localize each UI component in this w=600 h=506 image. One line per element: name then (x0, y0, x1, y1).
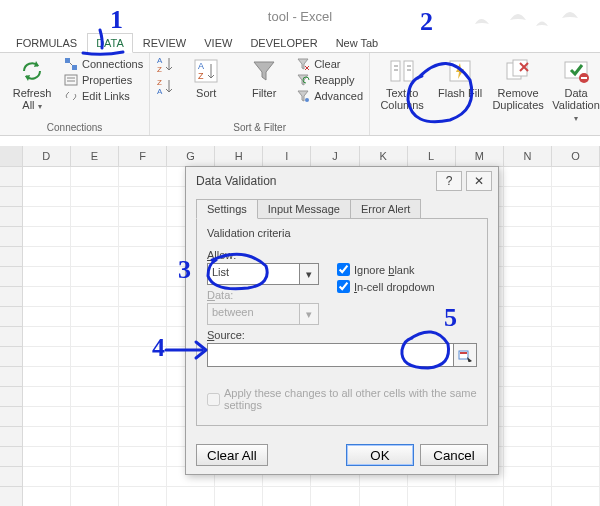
data-validation-dialog: Data Validation ? ✕ Settings Input Messa… (185, 166, 499, 475)
tab-newtab[interactable]: New Tab (328, 34, 387, 52)
range-picker-icon (458, 348, 472, 362)
svg-rect-0 (65, 58, 70, 63)
chevron-down-icon: ▾ (299, 264, 318, 284)
properties-button[interactable]: Properties (64, 73, 143, 87)
tab-review[interactable]: REVIEW (135, 34, 194, 52)
advanced-icon (296, 89, 310, 103)
reapply-button[interactable]: Reapply (296, 73, 363, 87)
svg-text:Z: Z (157, 65, 162, 74)
worksheet[interactable]: D E F G H I J K L M N O Data Validation … (0, 146, 600, 506)
chevron-down-icon: ▾ (299, 304, 318, 324)
validation-criteria-label: Validation criteria (207, 227, 477, 239)
data-combo: between ▾ (207, 303, 319, 325)
tab-data[interactable]: DATA (87, 33, 133, 53)
col-header[interactable]: O (552, 146, 600, 166)
sort-icon: AZ (192, 57, 220, 85)
tab-view[interactable]: VIEW (196, 34, 240, 52)
apply-all-checkbox: Apply these changes to all other cells w… (207, 387, 477, 411)
connections-button[interactable]: Connections (64, 57, 143, 71)
svg-text:Z: Z (157, 78, 162, 87)
flash-fill-button[interactable]: Flash Fill (434, 55, 486, 99)
allow-value: List (208, 264, 299, 284)
ribbon: Refresh All ▾ Connections Properties Edi… (0, 53, 600, 136)
edit-links-icon (64, 89, 78, 103)
col-header[interactable]: E (71, 146, 119, 166)
col-header[interactable]: M (456, 146, 504, 166)
allow-label: AAllow:llow: (207, 249, 319, 261)
properties-icon (64, 73, 78, 87)
allow-combo[interactable]: List ▾ (207, 263, 319, 285)
col-header[interactable]: G (167, 146, 215, 166)
refresh-icon (18, 57, 46, 85)
svg-rect-42 (460, 352, 467, 354)
close-button[interactable]: ✕ (466, 171, 492, 191)
data-label: Data: (207, 289, 319, 301)
svg-rect-16 (391, 61, 400, 81)
connections-icon (64, 57, 78, 71)
close-icon: ✕ (474, 174, 484, 188)
svg-text:Z: Z (198, 71, 204, 81)
data-value: between (208, 304, 299, 324)
refresh-all-label: Refresh All (13, 87, 52, 111)
col-header[interactable]: I (263, 146, 311, 166)
svg-text:A: A (157, 56, 163, 65)
col-header[interactable]: N (504, 146, 552, 166)
ignore-blank-checkbox[interactable]: Ignore blank (337, 263, 435, 276)
text-to-columns-button[interactable]: Text to Columns (376, 55, 428, 111)
cancel-button[interactable]: Cancel (420, 444, 488, 466)
svg-text:A: A (157, 87, 163, 96)
sort-button[interactable]: AZ Sort (180, 55, 232, 99)
text-to-columns-icon (388, 57, 416, 85)
range-picker-button[interactable] (453, 343, 477, 367)
dialog-tab-error-alert[interactable]: Error Alert (350, 199, 422, 218)
source-input[interactable] (207, 343, 454, 367)
clear-icon (296, 57, 310, 71)
data-validation-icon (562, 57, 590, 85)
group-datatools-label: Data Tools (376, 125, 600, 140)
col-header[interactable]: D (23, 146, 71, 166)
edit-links-button[interactable]: Edit Links (64, 89, 143, 103)
sort-az-button[interactable]: AZ (156, 55, 174, 75)
filter-icon (250, 57, 278, 85)
svg-rect-17 (404, 61, 413, 81)
source-label: Source: (207, 329, 477, 341)
tab-developer[interactable]: DEVELOPER (242, 34, 325, 52)
flash-fill-icon (446, 57, 474, 85)
dialog-tab-settings[interactable]: Settings (196, 199, 258, 219)
select-all-corner[interactable] (0, 146, 23, 166)
sort-za-icon: ZA (156, 77, 174, 97)
svg-rect-3 (65, 75, 77, 85)
clear-all-button[interactable]: Clear All (196, 444, 268, 466)
reapply-icon (296, 73, 310, 87)
dialog-tab-input-message[interactable]: Input Message (257, 199, 351, 218)
svg-text:A: A (198, 61, 204, 71)
col-header[interactable]: H (215, 146, 263, 166)
incell-dropdown-checkbox[interactable]: In-cell dropdown (337, 280, 435, 293)
column-headers: D E F G H I J K L M N O (0, 146, 600, 167)
svg-line-2 (70, 63, 72, 65)
svg-point-15 (305, 98, 309, 102)
sort-za-button[interactable]: ZA (156, 77, 174, 97)
col-header[interactable]: J (311, 146, 359, 166)
col-header[interactable]: L (408, 146, 456, 166)
sort-az-icon: AZ (156, 55, 174, 75)
clear-filter-button[interactable]: Clear (296, 57, 363, 71)
remove-duplicates-icon (504, 57, 532, 85)
ok-button[interactable]: OK (346, 444, 414, 466)
data-validation-button[interactable]: Data Validation ▾ (550, 55, 600, 125)
svg-rect-1 (72, 65, 77, 70)
group-connections-label: Connections (6, 120, 143, 135)
tab-formulas[interactable]: FORMULAS (8, 34, 85, 52)
refresh-all-button[interactable]: Refresh All ▾ (6, 55, 58, 113)
advanced-filter-button[interactable]: Advanced (296, 89, 363, 103)
group-sortfilter-label: Sort & Filter (156, 120, 363, 135)
dialog-title: Data Validation (196, 174, 277, 188)
remove-duplicates-button[interactable]: Remove Duplicates (492, 55, 544, 111)
help-button[interactable]: ? (436, 171, 462, 191)
filter-button[interactable]: Filter (238, 55, 290, 99)
help-icon: ? (446, 174, 453, 188)
col-header[interactable]: F (119, 146, 167, 166)
col-header[interactable]: K (360, 146, 408, 166)
